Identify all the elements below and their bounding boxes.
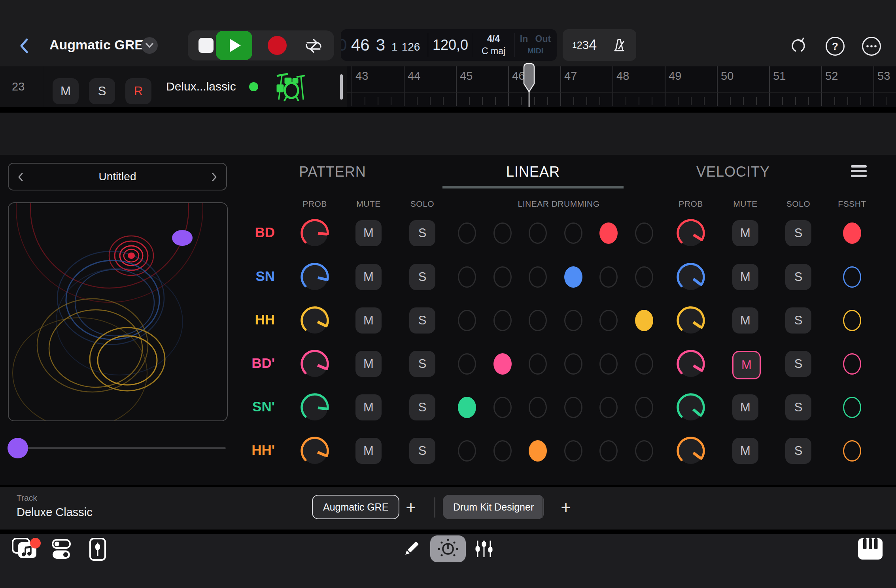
step-5[interactable] bbox=[599, 397, 618, 418]
velocity-mute-button[interactable]: M bbox=[732, 394, 758, 420]
metronome-icon[interactable] bbox=[610, 36, 628, 55]
step-4[interactable] bbox=[564, 310, 582, 331]
stop-button[interactable] bbox=[198, 38, 214, 53]
step-2[interactable] bbox=[493, 397, 512, 418]
step-4[interactable] bbox=[564, 353, 582, 375]
tab-linear[interactable]: LINEAR bbox=[506, 164, 560, 180]
preset-prev-icon[interactable] bbox=[17, 172, 24, 182]
title-dropdown-button[interactable] bbox=[141, 37, 158, 54]
prob-knob[interactable] bbox=[300, 436, 330, 467]
preset-next-icon[interactable] bbox=[211, 172, 217, 182]
prob-knob[interactable] bbox=[300, 305, 330, 337]
fssht-indicator[interactable] bbox=[843, 397, 861, 418]
morph-slider-track[interactable] bbox=[16, 447, 226, 449]
step-2[interactable] bbox=[493, 266, 512, 288]
pencil-icon[interactable] bbox=[401, 539, 421, 559]
velocity-knob[interactable] bbox=[676, 218, 706, 250]
step-2[interactable] bbox=[493, 440, 512, 462]
prob-knob[interactable] bbox=[300, 349, 330, 381]
step-3-active[interactable] bbox=[529, 440, 547, 462]
mute-button[interactable]: M bbox=[355, 220, 382, 246]
lcd-display[interactable]: 0 46 3 1 126 120,0 4/4 C maj In Out MIDI bbox=[341, 29, 557, 61]
mixer-faders-icon[interactable] bbox=[473, 538, 495, 560]
prob-knob[interactable] bbox=[300, 218, 330, 250]
pattern-menu-icon[interactable] bbox=[850, 164, 868, 179]
add-plugin-button[interactable]: + bbox=[561, 498, 571, 517]
step-5-active[interactable] bbox=[599, 222, 618, 244]
controls-view-button[interactable] bbox=[430, 535, 466, 562]
velocity-knob[interactable] bbox=[676, 436, 706, 467]
step-1[interactable] bbox=[458, 222, 476, 244]
step-4[interactable] bbox=[564, 222, 582, 244]
velocity-mute-button[interactable]: M bbox=[732, 264, 758, 290]
step-4-active[interactable] bbox=[564, 266, 582, 288]
mute-button[interactable]: M bbox=[355, 351, 382, 377]
velocity-mute-button-active[interactable]: M bbox=[732, 351, 761, 379]
help-button[interactable]: ? bbox=[826, 37, 845, 56]
add-plugin-button[interactable]: + bbox=[406, 498, 416, 517]
prob-knob[interactable] bbox=[300, 262, 330, 294]
step-6[interactable] bbox=[635, 353, 653, 375]
plugin-chip-augmatic[interactable]: Augmatic GRE bbox=[312, 495, 399, 519]
morph-slider-thumb[interactable] bbox=[8, 438, 28, 458]
velocity-solo-button[interactable]: S bbox=[785, 264, 811, 290]
step-2[interactable] bbox=[493, 310, 512, 331]
step-6[interactable] bbox=[635, 222, 653, 244]
step-6[interactable] bbox=[635, 397, 653, 418]
mute-button[interactable]: M bbox=[355, 394, 382, 420]
step-4[interactable] bbox=[564, 440, 582, 462]
solo-button[interactable]: S bbox=[409, 438, 435, 464]
xy-handle[interactable] bbox=[172, 230, 193, 246]
step-2[interactable] bbox=[493, 222, 512, 244]
step-6[interactable] bbox=[635, 440, 653, 462]
step-3[interactable] bbox=[529, 222, 547, 244]
count-in-button[interactable]: 1 2 3 4 bbox=[563, 29, 636, 61]
velocity-solo-button[interactable]: S bbox=[785, 394, 811, 420]
preset-selector[interactable]: Untitled bbox=[8, 163, 227, 190]
mute-button[interactable]: M bbox=[355, 438, 382, 464]
cycle-loop-icon[interactable] bbox=[303, 38, 324, 54]
plugin-chip-drumkit[interactable]: Drum Kit Designer bbox=[443, 495, 544, 519]
fssht-indicator[interactable] bbox=[843, 222, 861, 244]
step-3[interactable] bbox=[529, 397, 547, 418]
velocity-solo-button[interactable]: S bbox=[785, 220, 811, 246]
velocity-solo-button[interactable]: S bbox=[785, 438, 811, 464]
step-1[interactable] bbox=[458, 440, 476, 462]
velocity-knob[interactable] bbox=[676, 349, 706, 381]
solo-button[interactable]: S bbox=[409, 264, 435, 290]
step-1[interactable] bbox=[458, 310, 476, 331]
xy-pad[interactable] bbox=[8, 202, 228, 421]
play-button[interactable] bbox=[216, 31, 252, 60]
more-button[interactable] bbox=[862, 37, 881, 56]
velocity-mute-button[interactable]: M bbox=[732, 220, 758, 246]
fssht-indicator[interactable] bbox=[843, 310, 861, 331]
step-1-active[interactable] bbox=[458, 397, 476, 418]
fssht-indicator[interactable] bbox=[843, 440, 861, 462]
velocity-mute-button[interactable]: M bbox=[732, 307, 758, 334]
channel-strip-icon[interactable] bbox=[89, 537, 107, 562]
back-chevron-icon[interactable] bbox=[18, 37, 30, 55]
step-2-active[interactable] bbox=[493, 353, 512, 375]
undo-icon[interactable] bbox=[789, 36, 807, 54]
velocity-solo-button[interactable]: S bbox=[785, 351, 811, 377]
step-5[interactable] bbox=[599, 310, 618, 331]
fssht-indicator[interactable] bbox=[843, 353, 861, 375]
step-3[interactable] bbox=[529, 353, 547, 375]
step-5[interactable] bbox=[599, 353, 618, 375]
fssht-indicator[interactable] bbox=[843, 266, 861, 288]
velocity-knob[interactable] bbox=[676, 392, 706, 424]
timeline-ruler[interactable]: 4344454647484950515253 bbox=[0, 66, 896, 107]
step-6[interactable] bbox=[635, 266, 653, 288]
velocity-knob[interactable] bbox=[676, 305, 706, 337]
song-title[interactable]: Augmatic GRE bbox=[49, 37, 144, 53]
playhead[interactable] bbox=[522, 63, 536, 107]
record-button[interactable] bbox=[268, 36, 287, 55]
velocity-mute-button[interactable]: M bbox=[732, 438, 758, 464]
prob-knob[interactable] bbox=[300, 392, 330, 424]
mute-button[interactable]: M bbox=[355, 307, 382, 334]
tab-velocity[interactable]: VELOCITY bbox=[696, 164, 770, 180]
tab-pattern[interactable]: PATTERN bbox=[299, 164, 366, 180]
solo-button[interactable]: S bbox=[409, 307, 435, 334]
solo-button[interactable]: S bbox=[409, 351, 435, 377]
step-6-active[interactable] bbox=[635, 310, 653, 331]
